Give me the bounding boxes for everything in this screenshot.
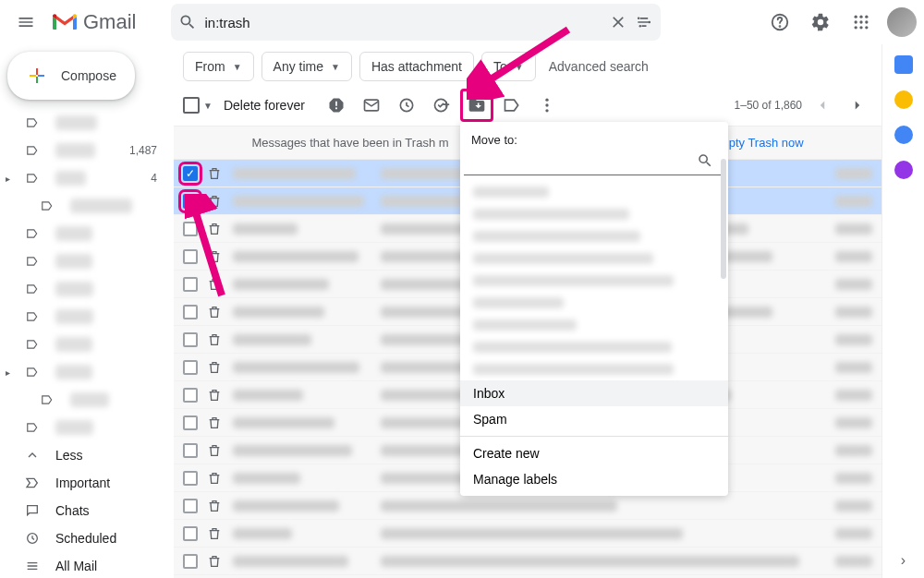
sidebar-item-all-mail[interactable]: All Mail	[0, 552, 174, 578]
sidebar-label-item[interactable]: Something	[0, 192, 174, 220]
move-to-option[interactable]	[460, 225, 728, 247]
sidebar-label-item[interactable]: Indeed1,487	[0, 137, 174, 164]
clear-search-icon[interactable]	[609, 13, 627, 31]
move-to-action-manage-labels[interactable]: Manage labels	[460, 466, 728, 492]
account-avatar[interactable]	[887, 7, 917, 37]
advanced-search-link[interactable]: Advanced search	[543, 59, 649, 74]
move-to-option[interactable]	[460, 336, 728, 358]
move-to-option[interactable]	[460, 314, 728, 336]
sidebar-label-item[interactable]: Item H	[0, 414, 174, 441]
expand-caret-icon[interactable]: ▸	[6, 174, 10, 184]
row-checkbox[interactable]	[183, 249, 198, 264]
row-checkbox[interactable]	[183, 499, 198, 513]
gear-icon	[810, 12, 831, 32]
spam-icon	[327, 96, 346, 114]
move-to-button[interactable]	[460, 89, 493, 122]
row-checkbox[interactable]	[183, 443, 198, 458]
row-checkbox[interactable]	[183, 194, 198, 209]
sidebar-label-item[interactable]: Item G	[0, 386, 174, 414]
sidebar-item-label: Less	[55, 448, 83, 463]
search-icon[interactable]	[697, 152, 713, 169]
sidebar-item-label: Indeed	[55, 143, 95, 158]
trash-icon	[207, 443, 224, 458]
to-chip[interactable]: To▼	[481, 52, 536, 81]
sidebar-label-item[interactable]: Item E	[0, 331, 174, 358]
row-checkbox[interactable]	[183, 554, 198, 569]
sidebar-item-label: Item D	[55, 309, 93, 324]
move-to-option[interactable]	[460, 247, 728, 270]
popover-scrollbar[interactable]	[721, 159, 726, 279]
message-row[interactable]	[174, 520, 881, 548]
search-options-icon[interactable]	[635, 13, 653, 31]
clock-icon	[397, 96, 416, 114]
move-to-option[interactable]	[460, 181, 728, 203]
main-menu-button[interactable]	[7, 4, 44, 41]
search-input[interactable]	[204, 15, 602, 30]
prev-page-button[interactable]	[808, 90, 837, 120]
row-checkbox[interactable]	[183, 388, 198, 403]
move-to-action-create-new[interactable]: Create new	[460, 440, 728, 466]
hide-panel-button[interactable]: ›	[901, 552, 906, 569]
popover-search-input[interactable]	[475, 153, 697, 168]
snooze-button[interactable]	[390, 89, 423, 122]
hamburger-icon	[17, 13, 35, 31]
gmail-logo[interactable]: Gmail	[52, 10, 136, 34]
sidebar-item-less[interactable]: Less	[0, 441, 174, 469]
next-page-button[interactable]	[843, 90, 872, 120]
search-bar[interactable]	[171, 4, 661, 41]
row-checkbox[interactable]	[183, 222, 198, 236]
move-to-option[interactable]	[460, 292, 728, 314]
sidebar-label-item[interactable]: Item C	[0, 275, 174, 303]
row-checkbox[interactable]	[183, 332, 198, 347]
svg-point-10	[865, 20, 868, 23]
label-tag-icon	[24, 227, 41, 240]
sidebar-label-item[interactable]: Item D	[0, 303, 174, 331]
sidebar-label-item[interactable]: ▸Item F	[0, 358, 174, 386]
expand-caret-icon[interactable]: ▸	[6, 367, 10, 378]
add-to-tasks-button[interactable]	[425, 89, 458, 122]
select-all-checkbox[interactable]	[183, 97, 200, 114]
row-checkbox[interactable]	[183, 277, 198, 292]
delete-forever-button[interactable]: Delete forever	[224, 98, 305, 113]
row-checkbox[interactable]	[183, 305, 198, 319]
row-checkbox[interactable]	[183, 471, 198, 486]
labels-button[interactable]	[495, 89, 529, 122]
sidebar-label-item[interactable]: ▸Jobs4	[0, 164, 174, 192]
tasks-addon-icon[interactable]	[894, 126, 913, 144]
sidebar-item-label: Item B	[55, 254, 92, 269]
sidebar-item-important[interactable]: Important	[0, 469, 174, 497]
move-to-option-spam[interactable]: Spam	[460, 406, 728, 432]
mark-unread-button[interactable]	[355, 89, 388, 122]
apps-button[interactable]	[843, 4, 880, 41]
row-checkbox[interactable]	[183, 166, 198, 181]
move-to-popover: Move to: InboxSpam Create newManage labe…	[460, 122, 728, 496]
any-time-chip[interactable]: Any time▼	[261, 52, 352, 81]
sidebar-label-item[interactable]: Item A	[0, 220, 174, 247]
move-to-option[interactable]	[460, 270, 728, 292]
move-to-option-inbox[interactable]: Inbox	[460, 380, 728, 406]
sidebar-item-scheduled[interactable]: Scheduled	[0, 524, 174, 552]
sidebar-label-item[interactable]: Item B	[0, 247, 174, 275]
settings-button[interactable]	[802, 4, 839, 41]
compose-button[interactable]: Compose	[7, 52, 135, 100]
row-checkbox[interactable]	[183, 526, 198, 541]
sidebar-item-chats[interactable]: Chats	[0, 497, 174, 524]
move-to-option[interactable]	[460, 203, 728, 225]
sidebar-label-item[interactable]: Google	[0, 109, 174, 137]
report-spam-button[interactable]	[320, 89, 353, 122]
more-button[interactable]	[530, 89, 564, 122]
contacts-addon-icon[interactable]	[894, 161, 913, 179]
move-to-option[interactable]	[460, 358, 728, 380]
keep-addon-icon[interactable]	[894, 90, 913, 109]
message-row[interactable]	[174, 548, 881, 575]
row-checkbox[interactable]	[183, 360, 198, 375]
row-checkbox[interactable]	[183, 415, 198, 430]
support-button[interactable]	[761, 4, 798, 41]
svg-point-2	[639, 25, 642, 28]
select-dropdown-caret[interactable]: ▼	[203, 101, 213, 111]
from-chip[interactable]: From▼	[183, 52, 254, 81]
calendar-addon-icon[interactable]	[894, 55, 913, 74]
message-row[interactable]	[174, 492, 881, 520]
search-icon[interactable]	[178, 13, 197, 31]
has-attachment-chip[interactable]: Has attachment	[359, 52, 474, 81]
